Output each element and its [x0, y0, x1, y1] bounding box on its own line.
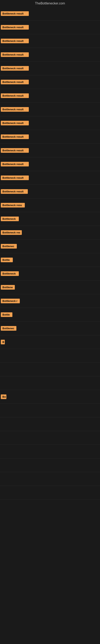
- bottleneck-result-bar[interactable]: Bottleneck result: [1, 11, 29, 16]
- bottleneck-result-bar[interactable]: Bottleneck result: [1, 66, 29, 71]
- bottleneck-result-bar[interactable]: Bottleneck result: [1, 162, 29, 166]
- bottleneck-result-bar[interactable]: Bottleneck result: [1, 52, 29, 57]
- bottleneck-result-bar[interactable]: Bottleneck: [1, 216, 19, 221]
- bottleneck-result-bar[interactable]: Bottleneck result: [1, 94, 29, 98]
- list-item: [0, 376, 100, 390]
- bottleneck-result-bar[interactable]: Bottleneck result: [1, 189, 28, 194]
- list-item: Bottleneck resu: [0, 198, 100, 212]
- list-item: Bottleneck result: [0, 130, 100, 144]
- list-item: [0, 458, 100, 472]
- bottleneck-result-bar[interactable]: Bottleneck resu: [1, 203, 25, 208]
- bottleneck-result-bar[interactable]: Bottleneck result: [1, 148, 29, 153]
- bottleneck-result-bar[interactable]: Bottle: [1, 258, 13, 262]
- bottleneck-result-bar[interactable]: B: [1, 340, 5, 344]
- list-item: Bottleneck result: [0, 20, 100, 34]
- list-item: Bottleneck result: [0, 171, 100, 185]
- bottleneck-result-bar[interactable]: Bottleneck result: [1, 80, 29, 84]
- list-item: Bottleneck result: [0, 116, 100, 130]
- list-item: Bottleneck: [0, 212, 100, 226]
- bottleneck-result-bar[interactable]: Bottlene: [1, 285, 15, 290]
- list-item: Bottleneck result: [0, 103, 100, 116]
- list-item: [0, 349, 100, 363]
- list-item: [0, 418, 100, 431]
- list-item: Bottleneck result: [0, 48, 100, 62]
- list-item: Bottleneck result: [0, 158, 100, 171]
- list-item: Bottleneck r: [0, 294, 100, 308]
- bottleneck-result-bar[interactable]: Bottleneck result: [1, 25, 29, 30]
- list-item: Bottleneck result: [0, 89, 100, 103]
- bottleneck-result-bar[interactable]: Bottleneck r: [1, 299, 20, 303]
- bottleneck-result-bar[interactable]: Bottleneck res: [1, 230, 22, 235]
- bottleneck-result-bar[interactable]: Bottle: [1, 312, 12, 317]
- list-item: Bottleneck result: [0, 75, 100, 89]
- bottleneck-result-bar[interactable]: Bottleneck result: [1, 121, 29, 126]
- list-item: Bottleneck res: [0, 226, 100, 240]
- list-item: Bottlenec: [0, 322, 100, 335]
- list-item: [0, 431, 100, 445]
- bottleneck-result-bar[interactable]: Bottleneck: [1, 271, 19, 276]
- list-item: Bottle: [0, 253, 100, 267]
- list-item: Bottleneck result: [0, 34, 100, 48]
- list-item: Bottleneck result: [0, 144, 100, 158]
- list-item: [0, 472, 100, 486]
- bottleneck-result-bar[interactable]: Bo: [1, 394, 6, 399]
- list-item: B: [0, 335, 100, 349]
- list-item: [0, 363, 100, 376]
- bottleneck-result-bar[interactable]: Bottlenec: [1, 244, 17, 248]
- list-item: Bottleneck result: [0, 7, 100, 20]
- list-item: Bottleneck: [0, 267, 100, 280]
- bottleneck-result-bar[interactable]: Bottleneck result: [1, 107, 29, 112]
- bottleneck-result-bar[interactable]: Bottleneck result: [1, 176, 29, 180]
- list-item: Bo: [0, 390, 100, 404]
- list-item: Bottleneck result: [0, 62, 100, 75]
- list-item: Bottlene: [0, 280, 100, 294]
- list-item: Bottlenec: [0, 240, 100, 253]
- list-item: [0, 486, 100, 500]
- site-title: TheBottlenecker.com: [0, 0, 100, 7]
- bottleneck-result-bar[interactable]: Bottlenec: [1, 326, 16, 331]
- bottleneck-result-bar[interactable]: Bottleneck result: [1, 134, 29, 139]
- list-item: [0, 445, 100, 458]
- list-item: Bottle: [0, 308, 100, 322]
- list-item: Bottleneck result: [0, 185, 100, 198]
- list-item: [0, 404, 100, 418]
- bottleneck-result-bar[interactable]: Bottleneck result: [1, 39, 29, 43]
